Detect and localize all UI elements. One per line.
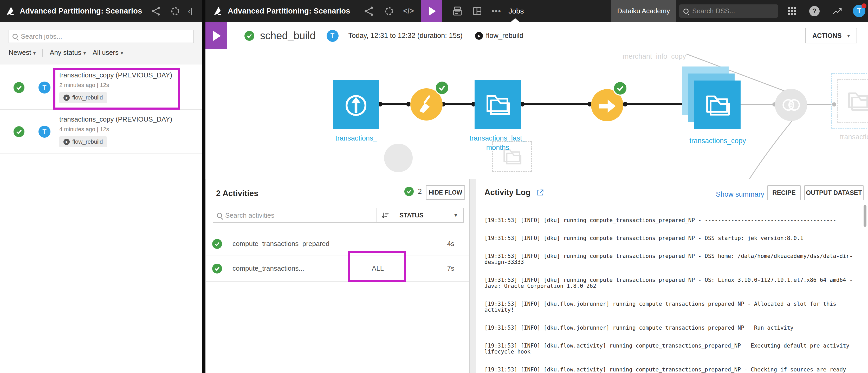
- actions-button[interactable]: ACTIONS▾: [805, 28, 857, 43]
- search-icon: [683, 8, 689, 14]
- dss-jobs-page: Advanced Partitioning: Scenarios ‹| Newe…: [0, 0, 868, 373]
- help-icon[interactable]: ?: [809, 0, 819, 22]
- job-type-tile: [206, 22, 227, 49]
- project-title[interactable]: Advanced Partitioning: Scenarios: [228, 7, 350, 15]
- job-success-icon: [13, 126, 25, 137]
- scenario-ring-icon[interactable]: [384, 6, 394, 16]
- activities-search-input[interactable]: [225, 211, 373, 219]
- ghost-recipe-node: [384, 144, 413, 172]
- collapse-panel-icon[interactable]: ‹|: [188, 7, 193, 15]
- jobs-list-panel: Advanced Partitioning: Scenarios ‹| Newe…: [0, 0, 202, 373]
- user-avatar[interactable]: T: [853, 5, 865, 17]
- sort-button[interactable]: [377, 208, 394, 223]
- dataset-label[interactable]: transactions_copy: [671, 136, 765, 145]
- job-title: transactions_copy (PREVIOUS_DAY): [59, 71, 172, 79]
- success-count-icon: [404, 187, 414, 196]
- ghost-dataset-label: merchant_info_copy: [623, 53, 686, 61]
- caret-down-icon: ▾: [121, 50, 123, 56]
- activity-success-icon: [212, 264, 222, 273]
- log-line: [19:31:53] [INFO] [dku.flow.jobrunner] r…: [485, 301, 866, 313]
- play-icon: [213, 31, 221, 41]
- show-summary-link[interactable]: Show summary: [716, 191, 764, 198]
- dataset-node-transactions-copy[interactable]: [694, 80, 741, 129]
- activities-search[interactable]: [213, 208, 377, 223]
- jobs-nav-icon-active[interactable]: [421, 0, 442, 22]
- job-success-icon: [244, 31, 254, 41]
- output-dataset-button[interactable]: OUTPUT DATASET: [804, 185, 864, 200]
- jobs-search-input[interactable]: [21, 32, 190, 40]
- code-icon[interactable]: </>: [403, 7, 414, 15]
- job-header: sched_build T Today, 12:31 to 12:32 (dur…: [206, 22, 868, 49]
- avatar: T: [38, 81, 51, 94]
- more-icon[interactable]: •••: [492, 7, 502, 15]
- job-meta: 4 minutes ago | 12s: [59, 126, 172, 133]
- global-search[interactable]: [679, 4, 778, 18]
- dataset-node-last-months[interactable]: [474, 80, 521, 129]
- monitoring-trend-icon[interactable]: [832, 0, 842, 22]
- scenario-ring-icon[interactable]: [170, 6, 180, 16]
- log-line: [19:31:53] [INFO] [dku] running compute_…: [485, 253, 866, 265]
- dashboard-icon[interactable]: [472, 6, 483, 16]
- top-navbar: Advanced Partitioning: Scenarios </> •••…: [206, 0, 868, 22]
- activity-log-panel: Activity Log Show summary RECIPE OUTPUT …: [476, 179, 868, 373]
- panel-divider[interactable]: [202, 0, 206, 373]
- filter-divider: [42, 49, 43, 57]
- activities-panel: 2 Activities 2 HIDE FLOW STATUS▼ compute…: [206, 179, 470, 373]
- flow-icon[interactable]: [364, 6, 375, 16]
- success-badge-icon: [435, 80, 450, 95]
- flow-icon[interactable]: [151, 6, 161, 16]
- open-in-new-icon[interactable]: [536, 188, 545, 197]
- ghost-dataset-label: transactions_j: [840, 133, 868, 141]
- log-line: [19:31:53] [INFO] [dku] running compute_…: [485, 277, 866, 289]
- log-line: [19:31:53] [INFO] [dku] running compute_…: [485, 217, 866, 224]
- avatar: T: [38, 126, 51, 138]
- ghost-dataset-node: [831, 73, 868, 129]
- play-circle-icon: ▶: [63, 139, 70, 145]
- global-search-input[interactable]: [692, 7, 779, 15]
- job-trigger: ▶flow_rebuild: [475, 32, 523, 40]
- activity-row[interactable]: compute_transactions_prepared 4s: [206, 232, 469, 256]
- job-name: sched_build: [260, 30, 316, 41]
- dataset-node-transactions[interactable]: [333, 80, 379, 129]
- job-list-item[interactable]: T transactions_copy (PREVIOUS_DAY) 2 min…: [0, 65, 202, 110]
- dataiku-logo[interactable]: [212, 6, 223, 16]
- project-title: Advanced Partitioning: Scenarios: [20, 7, 142, 15]
- left-panel-header: Advanced Partitioning: Scenarios ‹|: [0, 0, 202, 22]
- academy-button[interactable]: Dataiku Academy: [611, 0, 676, 22]
- success-badge-icon: [613, 81, 627, 96]
- recipe-button[interactable]: RECIPE: [767, 185, 801, 200]
- monitoring-icon[interactable]: [452, 5, 463, 17]
- users-filter[interactable]: All users▾: [93, 48, 123, 57]
- activity-duration: 7s: [447, 264, 454, 272]
- activity-row[interactable]: compute_transactions... ALL 7s: [206, 256, 469, 281]
- status-dropdown[interactable]: STATUS▼: [394, 208, 464, 223]
- dataiku-logo[interactable]: [4, 6, 15, 16]
- jobs-search[interactable]: [8, 30, 194, 43]
- search-icon: [217, 213, 222, 218]
- caret-down-icon: ▾: [847, 33, 850, 39]
- join-recipe-node[interactable]: [775, 89, 807, 121]
- log-text[interactable]: [19:31:53] [INFO] [dku] running compute_…: [485, 205, 866, 373]
- play-icon: [429, 7, 436, 15]
- job-title: transactions_copy (PREVIOUS_DAY): [59, 115, 172, 124]
- dataset-label[interactable]: transactions_: [320, 134, 393, 143]
- activity-partition: ALL: [362, 264, 394, 272]
- play-circle-icon: ▶: [63, 95, 70, 101]
- activity-name: compute_transactions...: [232, 264, 304, 272]
- active-page-indicator: [511, 18, 520, 22]
- job-success-icon: [13, 82, 25, 93]
- sort-filter[interactable]: Newest▾: [8, 48, 36, 57]
- activity-log-title: Activity Log: [485, 188, 530, 197]
- hide-flow-button[interactable]: HIDE FLOW: [426, 185, 465, 200]
- activity-duration: 4s: [447, 240, 454, 248]
- trigger-badge: ▶flow_rebuild: [59, 136, 107, 147]
- apps-grid-icon[interactable]: [787, 0, 797, 22]
- scrollbar-thumb[interactable]: [864, 205, 866, 227]
- dataset-label[interactable]: transactions_last_months: [469, 134, 526, 152]
- activity-success-icon: [212, 239, 222, 249]
- job-list-item[interactable]: T transactions_copy (PREVIOUS_DAY) 4 min…: [0, 110, 202, 154]
- status-filter[interactable]: Any status▾: [50, 48, 86, 57]
- log-line: [19:31:53] [INFO] [dku.flow.activity] ru…: [485, 343, 866, 355]
- play-circle-icon: ▶: [475, 32, 483, 40]
- activity-name: compute_transactions_prepared: [232, 240, 330, 248]
